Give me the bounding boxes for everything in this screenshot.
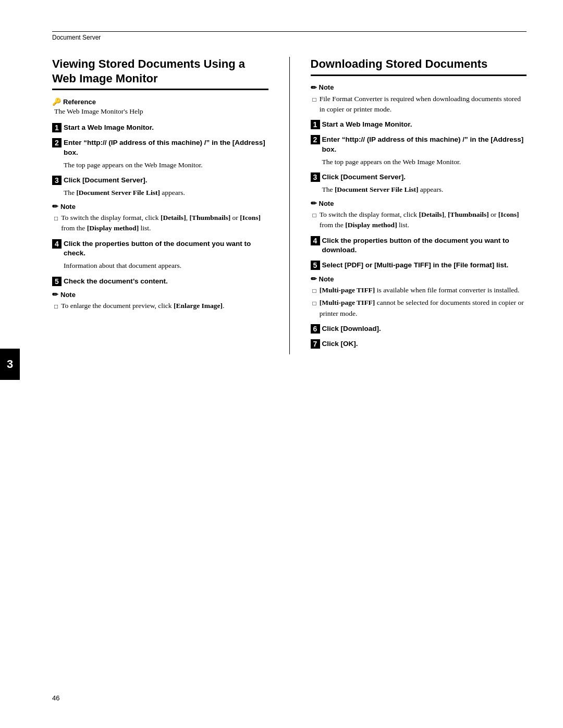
checkbox-sym-2: □ xyxy=(54,302,58,311)
left-step-2: 2 Enter “http:// (IP address of this mac… xyxy=(52,138,268,170)
column-divider xyxy=(289,57,290,354)
step-1-label: Start a Web Image Monitor. xyxy=(64,123,154,133)
left-note-1: ✏ Note □ To switch the display format, c… xyxy=(52,202,268,234)
right-note-2-text-1: [Multi-page TIFF] is available when file… xyxy=(320,285,520,295)
right-step-7: 7 Click [OK]. xyxy=(311,339,527,349)
chapter-tab: 3 xyxy=(0,349,20,380)
right-step-6-num: 6 xyxy=(311,324,320,334)
checkbox-sym-1: □ xyxy=(54,214,58,223)
right-step-4-num: 4 xyxy=(311,236,320,245)
step-2-num: 2 xyxy=(52,138,62,147)
left-step-1: 1 Start a Web Image Monitor. xyxy=(52,123,268,133)
pencil-icon-1: ✏ xyxy=(52,202,58,211)
right-step-5: 5 Select [PDF] or [Multi-page TIFF] in t… xyxy=(311,261,527,319)
right-step-5-num: 5 xyxy=(311,261,320,270)
step-5-num: 5 xyxy=(52,277,62,286)
left-step-4: 4 Click the properties button of the doc… xyxy=(52,239,268,272)
top-rule xyxy=(52,31,527,32)
right-top-note-item-1: □ File Format Converter is required when… xyxy=(313,94,527,115)
step-4-body: Information about that document appears. xyxy=(64,261,268,271)
left-note-1-item-1: □ To switch the display format, click [D… xyxy=(54,213,268,234)
right-step-5-label: Select [PDF] or [Multi-page TIFF] in the… xyxy=(322,261,509,270)
right-step-4: 4 Click the properties button of the doc… xyxy=(311,236,527,256)
right-note-1: ✏ Note □ To switch the display format, c… xyxy=(311,199,527,231)
right-note-1-heading: Note xyxy=(319,200,334,207)
right-column: Downloading Stored Documents ✏ Note □ Fi… xyxy=(311,57,527,354)
left-column: Viewing Stored Documents Using a Web Ima… xyxy=(52,57,268,354)
left-note-2: ✏ Note □ To enlarge the document preview… xyxy=(52,290,268,311)
right-step-2-header: 2 Enter “http:// (IP address of this mac… xyxy=(311,135,527,155)
right-step-3-header: 3 Click [Document Server]. xyxy=(311,172,527,182)
note-heading-1: Note xyxy=(60,203,76,211)
right-step-7-header: 7 Click [OK]. xyxy=(311,339,527,349)
right-step-6: 6 Click [Download]. xyxy=(311,324,527,334)
left-note-1-text-1: To switch the display format, click [Det… xyxy=(61,213,268,234)
right-step-1-label: Start a Web Image Monitor. xyxy=(322,120,412,130)
pencil-icon-r1: ✏ xyxy=(311,199,317,207)
right-step-6-label: Click [Download]. xyxy=(322,324,381,334)
left-note-2-item-1: □ To enlarge the document preview, click… xyxy=(54,301,268,311)
right-note-2-item-1: □ [Multi-page TIFF] is available when fi… xyxy=(313,285,527,295)
pencil-icon-top: ✏ xyxy=(311,83,317,92)
step-3-num: 3 xyxy=(52,176,62,185)
right-step-2-body: The top page appears on the Web Image Mo… xyxy=(322,157,527,167)
left-step-5: 5 Check the document’s content. ✏ Note □… xyxy=(52,277,268,312)
step-4-num: 4 xyxy=(52,239,62,249)
right-step-2: 2 Enter “http:// (IP address of this mac… xyxy=(311,135,527,167)
left-note-2-text-1: To enlarge the document preview, click [… xyxy=(61,301,224,311)
right-step-3-label: Click [Document Server]. xyxy=(322,172,406,182)
right-section-title: Downloading Stored Documents xyxy=(311,57,527,76)
step-3-label: Click [Document Server]. xyxy=(64,176,148,186)
right-step-2-label: Enter “http:// (IP address of this machi… xyxy=(322,135,527,155)
reference-heading: Reference xyxy=(63,98,96,106)
right-step-4-header: 4 Click the properties button of the doc… xyxy=(311,236,527,256)
right-note-2-item-2: □ [Multi-page TIFF] cannot be selected f… xyxy=(313,298,527,319)
step-4-header: 4 Click the properties button of the doc… xyxy=(52,239,268,259)
checkbox-sym-top: □ xyxy=(313,95,316,104)
right-step-1-header: 1 Start a Web Image Monitor. xyxy=(311,120,527,130)
right-top-note: ✏ Note □ File Format Converter is requir… xyxy=(311,83,527,115)
two-column-layout: Viewing Stored Documents Using a Web Ima… xyxy=(52,57,527,354)
left-step-3: 3 Click [Document Server]. The [Document… xyxy=(52,176,268,234)
chapter-number: 3 xyxy=(7,357,13,371)
right-step-1-num: 1 xyxy=(311,120,320,129)
right-top-note-text: File Format Converter is required when d… xyxy=(320,94,527,115)
page-number: 46 xyxy=(52,694,59,702)
right-step-2-num: 2 xyxy=(311,135,320,144)
right-note-1-label: ✏ Note xyxy=(311,199,527,207)
reference-block: 🔑 Reference The Web Image Monitor's Help xyxy=(52,97,268,116)
right-step-1: 1 Start a Web Image Monitor. xyxy=(311,120,527,130)
note-heading-top: Note xyxy=(319,83,334,91)
step-2-body: The top page appears on the Web Image Mo… xyxy=(64,160,268,170)
step-2-label: Enter “http:// (IP address of this machi… xyxy=(64,138,268,158)
right-step-7-num: 7 xyxy=(311,339,320,349)
right-note-1-text-1: To switch the display format, click [Det… xyxy=(320,209,527,231)
step-3-header: 3 Click [Document Server]. xyxy=(52,176,268,186)
step-4-label: Click the properties button of the docum… xyxy=(64,239,268,259)
right-step-7-label: Click [OK]. xyxy=(322,339,358,349)
right-step-6-header: 6 Click [Download]. xyxy=(311,324,527,334)
checkbox-sym-r2a: □ xyxy=(313,286,316,295)
step-2-header: 2 Enter “http:// (IP address of this mac… xyxy=(52,138,268,158)
page: Document Server 3 Viewing Stored Documen… xyxy=(0,0,563,728)
step-5-header: 5 Check the document’s content. xyxy=(52,277,268,287)
right-step-3-num: 3 xyxy=(311,172,320,182)
breadcrumb: Document Server xyxy=(52,34,527,41)
right-note-2-label: ✏ Note xyxy=(311,275,527,283)
left-section-title: Viewing Stored Documents Using a Web Ima… xyxy=(52,57,268,90)
right-step-3-body: The [Document Server File List] appears. xyxy=(322,184,527,195)
right-step-3: 3 Click [Document Server]. The [Document… xyxy=(311,172,527,231)
left-note-1-label: ✏ Note xyxy=(52,202,268,211)
right-step-5-header: 5 Select [PDF] or [Multi-page TIFF] in t… xyxy=(311,261,527,270)
step-5-label: Check the document’s content. xyxy=(64,277,168,287)
right-note-2: ✏ Note □ [Multi-page TIFF] is available … xyxy=(311,275,527,319)
left-note-2-label: ✏ Note xyxy=(52,290,268,299)
pencil-icon-r2: ✏ xyxy=(311,275,317,283)
right-top-note-label: ✏ Note xyxy=(311,83,527,92)
key-icon: 🔑 xyxy=(52,97,61,106)
checkbox-sym-r2b: □ xyxy=(313,299,316,308)
right-step-4-label: Click the properties button of the docum… xyxy=(322,236,527,256)
step-1-header: 1 Start a Web Image Monitor. xyxy=(52,123,268,133)
reference-label: 🔑 Reference xyxy=(52,97,268,106)
right-note-2-text-2: [Multi-page TIFF] cannot be selected for… xyxy=(320,298,527,319)
